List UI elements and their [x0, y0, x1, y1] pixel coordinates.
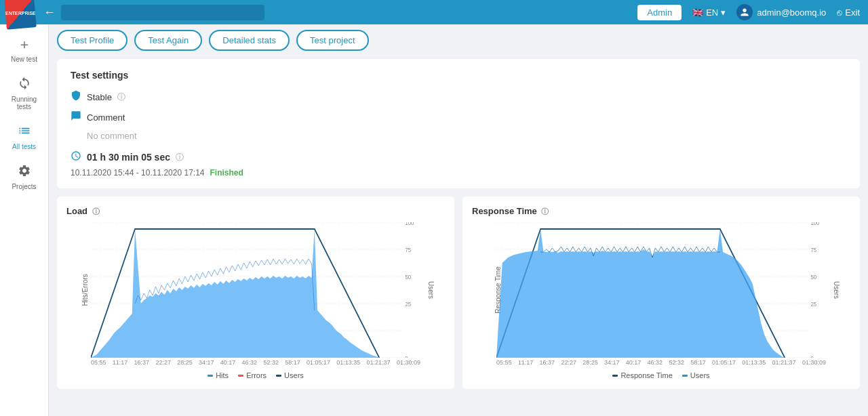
sidebar-label-projects: Projects — [12, 183, 36, 190]
sidebar-item-all-tests[interactable]: All tests — [3, 119, 46, 156]
chevron-down-icon: ▾ — [721, 7, 726, 18]
flag-icon: 🇬🇧 — [692, 7, 703, 18]
test-settings-card: Test settings Stable ⓘ Comment No commen… — [57, 59, 860, 188]
svg-text:75: 75 — [405, 246, 411, 253]
svg-text:50: 50 — [810, 273, 816, 280]
response-chart-card: Response Time ⓘ Response Time Users — [462, 196, 860, 389]
comment-row: Comment — [71, 110, 846, 124]
logo-badge: ENTERPRISE — [4, 0, 37, 30]
exit-label: Exit — [845, 7, 860, 18]
svg-text:0: 0 — [405, 354, 408, 358]
load-chart-wrapper: Hits/Errors Users 60 — [91, 222, 420, 358]
list-icon — [18, 124, 31, 141]
users-label: Users — [284, 371, 304, 379]
user-info: admin@boomq.io — [736, 4, 826, 20]
hits-dot — [208, 375, 213, 377]
stable-icon — [71, 90, 81, 104]
admin-button[interactable]: Admin — [637, 5, 682, 20]
duration-row: 01 h 30 min 05 sec ⓘ — [71, 150, 846, 164]
running-icon — [18, 77, 31, 93]
topbar: ENTERPRISE ← Admin 🇬🇧 EN ▾ admin@boomq.i… — [0, 0, 868, 24]
logo-text: ENTERPRISE — [5, 11, 36, 16]
search-input[interactable] — [61, 5, 264, 20]
load-chart-svg: 60 45 30 15 0 100 75 50 25 0 — [91, 222, 420, 358]
load-y-right-label: Users — [427, 281, 434, 299]
test-profile-button[interactable]: Test Profile — [57, 30, 127, 51]
sidebar-item-running-tests[interactable]: Running tests — [3, 71, 46, 116]
sidebar-item-new-test[interactable]: ＋ New test — [3, 30, 46, 68]
status-badge: Finished — [210, 168, 243, 178]
response-chart-container: 16s 12s 8s 4s 0s 100 75 50 25 0 — [496, 222, 826, 358]
back-button[interactable]: ← — [43, 5, 56, 20]
load-chart-card: Load ⓘ Hits/Errors Users — [57, 196, 454, 389]
date-row: 10.11.2020 15:44 - 10.11.2020 17:14 Fini… — [71, 168, 846, 178]
exit-button[interactable]: ⎋ Exit — [837, 7, 860, 18]
svg-text:100: 100 — [810, 222, 819, 226]
detailed-stats-button[interactable]: Detailed stats — [209, 30, 290, 51]
sidebar-item-projects[interactable]: Projects — [3, 159, 46, 196]
comment-icon — [71, 110, 81, 124]
errors-label: Errors — [246, 371, 267, 379]
svg-text:0: 0 — [810, 354, 814, 358]
sidebar-label-all-tests: All tests — [12, 143, 36, 150]
users-dot — [276, 375, 281, 377]
load-y-left-label: Hits/Errors — [81, 274, 89, 306]
legend-hits: Hits — [208, 371, 229, 379]
hits-label: Hits — [216, 371, 229, 379]
svg-text:75: 75 — [810, 246, 816, 253]
test-again-button[interactable]: Test Again — [134, 30, 202, 51]
exit-icon: ⎋ — [837, 7, 842, 18]
response-chart-svg: 16s 12s 8s 4s 0s 100 75 50 25 0 — [496, 222, 826, 358]
stable-row: Stable ⓘ — [71, 90, 846, 104]
legend-response-users: Users — [682, 371, 710, 379]
svg-text:100: 100 — [405, 222, 414, 226]
load-chart-title: Load ⓘ — [66, 206, 445, 217]
charts-row: Load ⓘ Hits/Errors Users — [57, 196, 860, 389]
response-chart-wrapper: Response Time Users 16s — [496, 222, 826, 358]
clock-icon — [71, 150, 81, 164]
load-chart-legend: Hits Errors Users — [66, 371, 445, 379]
stable-info-icon: ⓘ — [117, 91, 125, 103]
sidebar: ＋ New test Running tests All tests Proje… — [0, 24, 49, 416]
comment-value: No comment — [87, 131, 846, 141]
response-info-icon: ⓘ — [541, 207, 549, 215]
stable-label: Stable — [87, 92, 112, 102]
legend-errors: Errors — [238, 371, 267, 379]
response-label: Response Time — [620, 371, 672, 379]
response-chart-legend: Response Time Users — [472, 371, 850, 379]
response-users-dot — [682, 375, 688, 377]
main-content: Test Profile Test Again Detailed stats T… — [49, 24, 868, 416]
response-users-label: Users — [690, 371, 710, 379]
comment-label: Comment — [87, 112, 125, 123]
svg-text:50: 50 — [405, 273, 411, 280]
sidebar-label-running: Running tests — [7, 96, 42, 110]
response-x-labels: 05:5511:1716:3722:27 28:2534:1740:1746:3… — [496, 359, 826, 366]
plus-icon: ＋ — [18, 35, 31, 54]
card-title: Test settings — [71, 70, 846, 81]
response-chart-title: Response Time ⓘ — [472, 206, 850, 217]
language-selector[interactable]: 🇬🇧 EN ▾ — [692, 7, 726, 18]
duration-value: 01 h 30 min 05 sec — [87, 152, 170, 163]
user-email: admin@boomq.io — [757, 7, 826, 18]
legend-users: Users — [276, 371, 304, 379]
action-bar: Test Profile Test Again Detailed stats T… — [57, 30, 860, 51]
legend-response-time: Response Time — [612, 371, 672, 379]
user-avatar — [736, 4, 753, 20]
date-range: 10.11.2020 15:44 - 10.11.2020 17:14 — [71, 168, 205, 178]
response-dot — [612, 375, 618, 377]
test-project-button[interactable]: Test project — [296, 30, 368, 51]
errors-dot — [238, 375, 243, 377]
svg-text:25: 25 — [810, 300, 816, 308]
load-chart-container: 60 45 30 15 0 100 75 50 25 0 — [91, 222, 420, 358]
language-label: EN — [706, 7, 718, 18]
duration-info-icon: ⓘ — [176, 152, 184, 163]
svg-text:25: 25 — [405, 300, 411, 308]
response-y-right-label: Users — [832, 281, 840, 299]
load-x-labels: 05:5511:1716:3722:27 28:2534:1740:1746:3… — [91, 359, 420, 366]
load-info-icon: ⓘ — [92, 207, 100, 215]
gear-icon — [18, 164, 31, 181]
sidebar-label-new-test: New test — [11, 56, 37, 63]
